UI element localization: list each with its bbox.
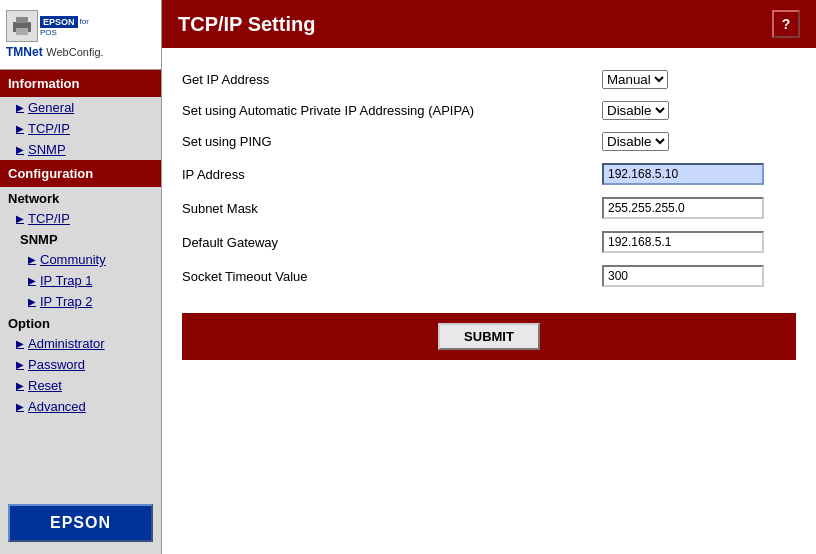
for-label: for xyxy=(80,17,89,26)
ip-address-input[interactable] xyxy=(602,163,764,185)
sidebar-item-snmp-info[interactable]: ▶ SNMP xyxy=(0,139,161,160)
configuration-header: Configuration xyxy=(0,160,161,187)
ip-address-control xyxy=(602,163,764,185)
help-button[interactable]: ? xyxy=(772,10,800,38)
sidebar-item-community[interactable]: ▶ Community xyxy=(0,249,161,270)
submit-button[interactable]: SUBMIT xyxy=(438,323,540,350)
subnet-mask-label: Subnet Mask xyxy=(182,201,602,216)
sidebar-item-iptrap2[interactable]: ▶ IP Trap 2 xyxy=(0,291,161,312)
form-row-default-gateway: Default Gateway xyxy=(182,225,796,259)
snmp-label: SNMP xyxy=(0,229,161,249)
config-tcpip-label: TCP/IP xyxy=(28,211,70,226)
socket-timeout-label: Socket Timeout Value xyxy=(182,269,602,284)
information-header: Information xyxy=(0,70,161,97)
printer-icon xyxy=(10,14,34,38)
reset-label: Reset xyxy=(28,378,62,393)
content-area: TCP/IP Setting ? Get IP Address Manual A… xyxy=(162,0,816,554)
socket-timeout-input[interactable] xyxy=(602,265,764,287)
form-row-ping: Set using PING Disable Enable xyxy=(182,126,796,157)
sidebar-item-password[interactable]: ▶ Password xyxy=(0,354,161,375)
sidebar-item-general[interactable]: ▶ General xyxy=(0,97,161,118)
administrator-label: Administrator xyxy=(28,336,105,351)
sidebar-item-iptrap1[interactable]: ▶ IP Trap 1 xyxy=(0,270,161,291)
sidebar-item-tcpip-info[interactable]: ▶ TCP/IP xyxy=(0,118,161,139)
iptrap2-label: IP Trap 2 xyxy=(40,294,93,309)
default-gateway-input[interactable] xyxy=(602,231,764,253)
arrow-icon: ▶ xyxy=(16,338,24,349)
default-gateway-control xyxy=(602,231,764,253)
form-row-socket-timeout: Socket Timeout Value xyxy=(182,259,796,293)
svg-rect-1 xyxy=(16,17,28,23)
arrow-icon: ▶ xyxy=(16,102,24,113)
content-header: TCP/IP Setting ? xyxy=(162,0,816,48)
sidebar: EPSON for POS TMNet WebConfig. Informati… xyxy=(0,0,162,554)
webconfig-label: WebConfig. xyxy=(46,46,103,58)
pos-label: POS xyxy=(40,28,89,37)
submit-bar: SUBMIT xyxy=(182,313,796,360)
tmnet-label: TMNet xyxy=(6,45,43,59)
form-row-ip-address: IP Address xyxy=(182,157,796,191)
general-label: General xyxy=(28,100,74,115)
apipa-label: Set using Automatic Private IP Addressin… xyxy=(182,103,602,118)
form-row-apipa: Set using Automatic Private IP Addressin… xyxy=(182,95,796,126)
epson-badge: EPSON xyxy=(40,16,78,28)
epson-button[interactable]: EPSON xyxy=(8,504,153,542)
default-gateway-label: Default Gateway xyxy=(182,235,602,250)
arrow-icon: ▶ xyxy=(16,123,24,134)
sidebar-item-advanced[interactable]: ▶ Advanced xyxy=(0,396,161,417)
form-area: Get IP Address Manual Auto DHCP Set usin… xyxy=(162,48,816,376)
ip-address-label: IP Address xyxy=(182,167,602,182)
arrow-icon: ▶ xyxy=(28,275,36,286)
option-label: Option xyxy=(0,312,161,333)
arrow-icon: ▶ xyxy=(16,401,24,412)
logo-area: EPSON for POS TMNet WebConfig. xyxy=(0,0,161,70)
ping-control: Disable Enable xyxy=(602,132,669,151)
sidebar-item-reset[interactable]: ▶ Reset xyxy=(0,375,161,396)
get-ip-select[interactable]: Manual Auto DHCP xyxy=(602,70,668,89)
arrow-icon: ▶ xyxy=(16,213,24,224)
arrow-icon: ▶ xyxy=(28,296,36,307)
socket-timeout-control xyxy=(602,265,764,287)
subnet-mask-input[interactable] xyxy=(602,197,764,219)
page-title: TCP/IP Setting xyxy=(178,13,315,36)
arrow-icon: ▶ xyxy=(28,254,36,265)
ping-label: Set using PING xyxy=(182,134,602,149)
apipa-control: Disable Enable xyxy=(602,101,669,120)
community-label: Community xyxy=(40,252,106,267)
ping-select[interactable]: Disable Enable xyxy=(602,132,669,151)
network-label: Network xyxy=(0,187,161,208)
tcpip-info-label: TCP/IP xyxy=(28,121,70,136)
arrow-icon: ▶ xyxy=(16,359,24,370)
arrow-icon: ▶ xyxy=(16,144,24,155)
advanced-label: Advanced xyxy=(28,399,86,414)
subnet-mask-control xyxy=(602,197,764,219)
get-ip-label: Get IP Address xyxy=(182,72,602,87)
apipa-select[interactable]: Disable Enable xyxy=(602,101,669,120)
form-row-get-ip: Get IP Address Manual Auto DHCP xyxy=(182,64,796,95)
iptrap1-label: IP Trap 1 xyxy=(40,273,93,288)
arrow-icon: ▶ xyxy=(16,380,24,391)
epson-button-area: EPSON xyxy=(0,492,161,554)
sidebar-item-administrator[interactable]: ▶ Administrator xyxy=(0,333,161,354)
form-row-subnet-mask: Subnet Mask xyxy=(182,191,796,225)
svg-rect-2 xyxy=(16,28,28,35)
get-ip-control: Manual Auto DHCP xyxy=(602,70,668,89)
snmp-info-label: SNMP xyxy=(28,142,66,157)
password-label: Password xyxy=(28,357,85,372)
sidebar-item-config-tcpip[interactable]: ▶ TCP/IP xyxy=(0,208,161,229)
